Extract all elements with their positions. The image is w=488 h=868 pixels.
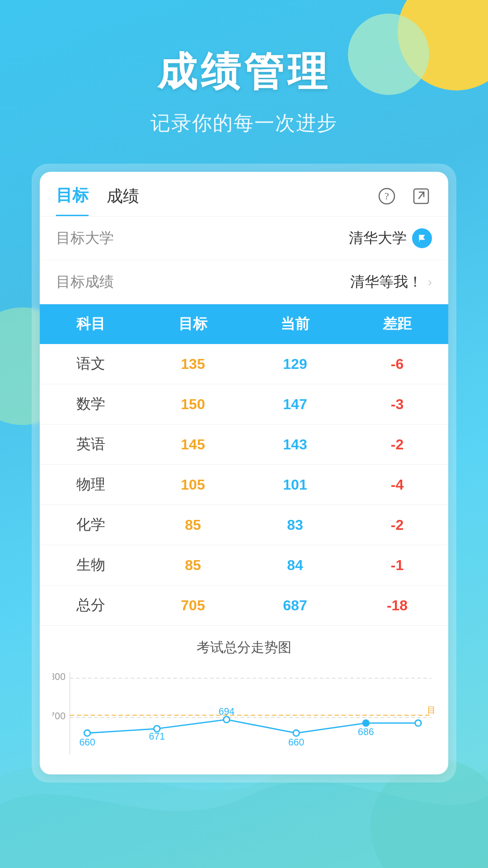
svg-line-3 xyxy=(419,192,424,198)
svg-point-14 xyxy=(293,730,299,736)
tabs-row: 目标 成绩 ? xyxy=(40,172,448,217)
cell-diff: -2 xyxy=(346,425,448,465)
cell-diff: -4 xyxy=(346,465,448,505)
score-trend-chart: 800 700 目标 xyxy=(52,666,436,765)
chart-container: 800 700 目标 xyxy=(52,666,436,765)
university-row: 目标大学 清华大学 xyxy=(40,217,448,260)
table-header-row: 科目 目标 当前 差距 xyxy=(40,304,448,344)
table-row: 数学 150 147 -3 xyxy=(40,384,448,425)
cell-diff: -3 xyxy=(346,384,448,425)
cell-current: 147 xyxy=(244,384,346,425)
table-row: 物理 105 101 -4 xyxy=(40,465,448,505)
cell-current: 129 xyxy=(244,344,346,384)
svg-text:目标: 目标 xyxy=(427,705,436,715)
cell-current: 101 xyxy=(244,465,346,505)
col-diff: 差距 xyxy=(346,304,448,344)
cell-diff: -18 xyxy=(346,585,448,626)
score-table: 科目 目标 当前 差距 语文 135 129 -6 数学 150 147 -3 … xyxy=(40,304,448,625)
cell-target: 705 xyxy=(142,585,244,626)
table-header: 科目 目标 当前 差距 xyxy=(40,304,448,344)
svg-text:686: 686 xyxy=(358,726,374,737)
table-row: 总分 705 687 -18 xyxy=(40,585,448,626)
cell-target: 85 xyxy=(142,505,244,545)
tab-score[interactable]: 成绩 xyxy=(107,185,139,216)
svg-text:700: 700 xyxy=(52,711,66,721)
share-icon xyxy=(413,188,430,205)
score-goal-value: 清华等我！ xyxy=(350,272,422,292)
cell-subject: 总分 xyxy=(40,585,142,626)
cell-target: 85 xyxy=(142,545,244,585)
share-icon-button[interactable] xyxy=(410,185,432,207)
col-current: 当前 xyxy=(244,304,346,344)
cell-target: 150 xyxy=(142,384,244,425)
svg-text:800: 800 xyxy=(52,671,66,682)
university-value-group: 清华大学 xyxy=(349,228,432,248)
cell-current: 143 xyxy=(244,425,346,465)
help-icon-button[interactable]: ? xyxy=(376,185,398,207)
page-title: 成绩管理 xyxy=(157,45,331,99)
page-subtitle: 记录你的每一次进步 xyxy=(150,110,338,137)
cell-diff: -1 xyxy=(346,545,448,585)
score-goal-label: 目标成绩 xyxy=(56,272,350,292)
cell-target: 135 xyxy=(142,344,244,384)
flag-icon xyxy=(417,233,427,243)
cell-subject: 物理 xyxy=(40,465,142,505)
cell-target: 105 xyxy=(142,465,244,505)
svg-point-16 xyxy=(415,720,421,726)
svg-text:671: 671 xyxy=(149,731,165,741)
cell-current: 84 xyxy=(244,545,346,585)
col-target: 目标 xyxy=(142,304,244,344)
cell-subject: 数学 xyxy=(40,384,142,425)
cell-target: 145 xyxy=(142,425,244,465)
cell-subject: 语文 xyxy=(40,344,142,384)
chart-section: 考试总分走势图 800 700 目标 xyxy=(40,625,448,774)
main-card: 目标 成绩 ? xyxy=(40,172,448,774)
cell-subject: 化学 xyxy=(40,505,142,545)
chevron-right-icon: › xyxy=(428,275,432,289)
svg-text:660: 660 xyxy=(288,737,304,747)
tab-target[interactable]: 目标 xyxy=(56,184,89,216)
svg-text:694: 694 xyxy=(219,706,235,717)
svg-text:660: 660 xyxy=(79,737,95,747)
cell-diff: -2 xyxy=(346,505,448,545)
flag-button[interactable] xyxy=(412,228,432,248)
cell-current: 687 xyxy=(244,585,346,626)
help-circle-icon: ? xyxy=(378,188,395,205)
col-subject: 科目 xyxy=(40,304,142,344)
score-goal-value-group: 清华等我！ › xyxy=(350,272,432,292)
cell-current: 83 xyxy=(244,505,346,545)
table-row: 生物 85 84 -1 xyxy=(40,545,448,585)
card-wrapper: 目标 成绩 ? xyxy=(32,164,456,783)
table-row: 化学 85 83 -2 xyxy=(40,505,448,545)
university-label: 目标大学 xyxy=(56,228,349,248)
table-row: 语文 135 129 -6 xyxy=(40,344,448,384)
cell-diff: -6 xyxy=(346,344,448,384)
chart-title: 考试总分走势图 xyxy=(52,638,436,657)
svg-point-15 xyxy=(363,720,369,726)
table-row: 英语 145 143 -2 xyxy=(40,425,448,465)
university-value: 清华大学 xyxy=(349,228,407,248)
svg-point-13 xyxy=(224,717,230,722)
tab-icons: ? xyxy=(376,185,432,215)
cell-subject: 生物 xyxy=(40,545,142,585)
score-goal-row[interactable]: 目标成绩 清华等我！ › xyxy=(40,260,448,304)
svg-text:?: ? xyxy=(385,190,389,202)
table-body: 语文 135 129 -6 数学 150 147 -3 英语 145 143 -… xyxy=(40,344,448,625)
cell-subject: 英语 xyxy=(40,425,142,465)
svg-point-11 xyxy=(84,730,90,736)
